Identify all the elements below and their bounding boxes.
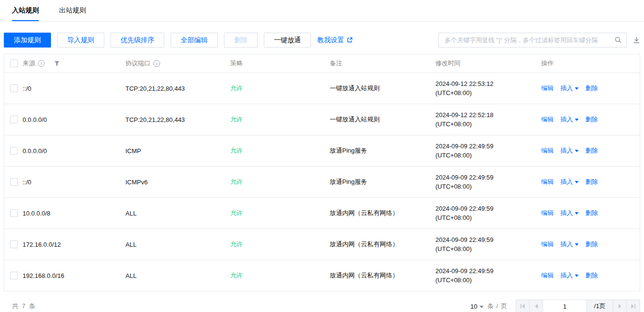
row-checkbox[interactable] <box>10 272 18 279</box>
add-rule-button[interactable]: 添加规则 <box>4 33 51 48</box>
external-link-icon <box>347 37 353 43</box>
chevron-down-icon <box>575 212 579 215</box>
header-modified-time: 修改时间 <box>435 59 460 68</box>
pagination: 10 条 / 页 /1页 <box>471 300 640 312</box>
table-row: ::/0 TCP:20,21,22,80,443 允许 一键放通入站规则 202… <box>4 72 640 104</box>
last-page-button[interactable] <box>626 300 640 312</box>
policy-value: 允许 <box>230 146 243 155</box>
edit-action-link[interactable]: 编辑 <box>541 146 554 155</box>
insert-action-dropdown[interactable]: 插入 <box>560 240 579 249</box>
delete-action-link[interactable]: 删除 <box>585 178 598 186</box>
modified-time-value: 2024-09-12 22:53:12 (UTC+08:00) <box>435 73 541 103</box>
modified-time-value: 2024-09-09 22:49:59 (UTC+08:00) <box>435 198 541 228</box>
delete-action-link[interactable]: 删除 <box>585 240 598 249</box>
search-area <box>438 33 640 48</box>
chevron-down-icon <box>575 275 579 277</box>
per-page-label: 条 / 页 <box>487 302 508 311</box>
insert-action-label: 插入 <box>560 240 573 249</box>
insert-action-label: 插入 <box>560 115 573 124</box>
row-checkbox[interactable] <box>10 178 18 186</box>
edit-action-link[interactable]: 编辑 <box>541 209 554 217</box>
tab-outbound-rules[interactable]: 出站规则 <box>59 0 86 21</box>
total-count: 共 7 条 <box>4 302 36 311</box>
insert-action-dropdown[interactable]: 插入 <box>560 209 579 217</box>
table-header-row: 来源 i 协议端口 i 策略 备注 修改时间 操作 <box>4 54 640 72</box>
open-all-button[interactable]: 一键放通 <box>264 33 311 48</box>
teach-me-label: 教我设置 <box>317 36 344 45</box>
insert-action-dropdown[interactable]: 插入 <box>560 178 579 186</box>
delete-action-link[interactable]: 删除 <box>585 84 598 93</box>
row-checkbox[interactable] <box>10 240 18 248</box>
page-number-input-wrap <box>543 300 587 312</box>
search-icon[interactable] <box>614 36 622 44</box>
row-checkbox[interactable] <box>10 209 18 217</box>
edit-action-link[interactable]: 编辑 <box>541 240 554 249</box>
protocol-port-value: ALL <box>125 241 136 248</box>
priority-sort-button[interactable]: 优先级排序 <box>111 33 164 48</box>
protocol-info-icon[interactable]: i <box>153 60 160 67</box>
delete-action-link[interactable]: 删除 <box>585 271 598 280</box>
source-value: 0.0.0.0/0 <box>23 147 47 155</box>
protocol-port-value: ALL <box>125 210 136 217</box>
download-icon[interactable] <box>633 36 640 44</box>
header-protocol-port: 协议端口 <box>125 59 150 68</box>
notes-value: 放通内网（云私有网络） <box>330 209 398 217</box>
insert-action-dropdown[interactable]: 插入 <box>560 271 579 280</box>
modified-time-value: 2024-09-09 22:49:59 (UTC+08:00) <box>435 136 541 166</box>
notes-value: 一键放通入站规则 <box>330 115 380 124</box>
table-row: 0.0.0.0/0 TCP:20,21,22,80,443 允许 一键放通入站规… <box>4 104 640 135</box>
insert-action-dropdown[interactable]: 插入 <box>560 84 579 93</box>
row-checkbox[interactable] <box>10 147 18 155</box>
search-box <box>438 33 627 48</box>
policy-value: 允许 <box>230 115 243 124</box>
insert-action-label: 插入 <box>560 209 573 217</box>
edit-action-link[interactable]: 编辑 <box>541 115 554 124</box>
policy-value: 允许 <box>230 209 243 217</box>
teach-me-link[interactable]: 教我设置 <box>317 36 353 45</box>
table-row: ::/0 ICMPv6 允许 放通Ping服务 2024-09-09 22:49… <box>4 166 640 197</box>
chevron-down-icon <box>575 150 579 152</box>
table-row: 10.0.0.0/8 ALL 允许 放通内网（云私有网络） 2024-09-09… <box>4 197 640 228</box>
tab-inbound-rules[interactable]: 入站规则 <box>12 0 39 21</box>
page-total-label: /1页 <box>586 300 613 312</box>
source-info-icon[interactable]: i <box>38 60 45 67</box>
policy-value: 允许 <box>230 178 243 186</box>
insert-action-label: 插入 <box>560 271 573 280</box>
delete-action-link[interactable]: 删除 <box>585 115 598 124</box>
chevron-down-icon <box>575 243 579 246</box>
edit-action-link[interactable]: 编辑 <box>541 178 554 186</box>
table-row: 172.16.0.0/12 ALL 允许 放通内网（云私有网络） 2024-09… <box>4 228 640 260</box>
delete-action-link[interactable]: 删除 <box>585 146 598 155</box>
source-value: 10.0.0.0/8 <box>23 210 50 217</box>
table-footer: 共 7 条 10 条 / 页 /1页 <box>4 300 640 312</box>
row-checkbox[interactable] <box>10 84 18 92</box>
page-size-value: 10 <box>471 303 477 310</box>
edit-all-button[interactable]: 全部编辑 <box>171 33 218 48</box>
next-page-button[interactable] <box>613 300 627 312</box>
modified-time-value: 2024-09-09 22:49:59 (UTC+08:00) <box>435 261 541 290</box>
insert-action-dropdown[interactable]: 插入 <box>560 146 579 155</box>
notes-value: 放通内网（云私有网络） <box>330 240 398 249</box>
import-rule-button[interactable]: 导入规则 <box>57 33 104 48</box>
select-all-checkbox[interactable] <box>10 60 18 67</box>
table-row: 192.168.0.0/16 ALL 允许 放通内网（云私有网络） 2024-0… <box>4 260 640 291</box>
edit-action-link[interactable]: 编辑 <box>541 271 554 280</box>
protocol-port-value: ALL <box>125 272 136 279</box>
source-value: ::/0 <box>23 179 31 186</box>
prev-page-button[interactable] <box>529 300 543 312</box>
header-policy: 策略 <box>230 59 243 68</box>
delete-action-link[interactable]: 删除 <box>585 209 598 217</box>
first-page-button[interactable] <box>516 300 530 312</box>
page-controls: /1页 <box>516 300 640 312</box>
policy-value: 允许 <box>230 84 243 93</box>
row-checkbox[interactable] <box>10 116 18 123</box>
chevron-down-icon <box>575 181 579 183</box>
page-size-select[interactable]: 10 <box>471 303 483 310</box>
page-number-input[interactable] <box>543 303 586 310</box>
delete-button: 删除 <box>224 33 258 48</box>
source-filter-icon[interactable] <box>54 61 60 66</box>
search-input[interactable] <box>438 33 627 48</box>
toolbar: 添加规则 导入规则 优先级排序 全部编辑 删除 一键放通 教我设置 <box>4 33 640 48</box>
insert-action-dropdown[interactable]: 插入 <box>560 115 579 124</box>
edit-action-link[interactable]: 编辑 <box>541 84 554 93</box>
